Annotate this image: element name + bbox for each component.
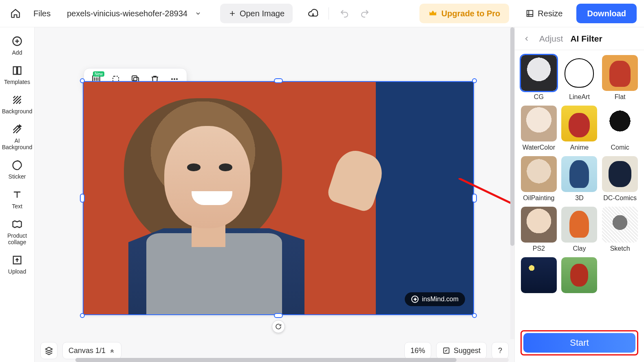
suggest-button[interactable]: Suggest: [436, 342, 487, 359]
filter-sketch[interactable]: Sketch: [602, 207, 638, 252]
svg-rect-3: [18, 67, 21, 75]
tool-sticker[interactable]: Sticker: [1, 157, 33, 182]
files-menu[interactable]: Files: [33, 9, 51, 18]
filter-cg[interactable]: CG: [520, 55, 557, 101]
suggest-icon: [442, 347, 450, 355]
tool-background-label: Background: [2, 108, 33, 115]
help-label: ?: [498, 347, 502, 355]
tool-ai-background[interactable]: AI Background: [1, 121, 33, 153]
filter-label: LineArt: [569, 93, 590, 101]
download-button[interactable]: Download: [576, 4, 637, 23]
filter-ghibli[interactable]: [561, 257, 598, 296]
resize-handle-bottom-right[interactable]: [472, 313, 477, 318]
plus-icon: [228, 9, 236, 18]
resize-label: Resize: [538, 9, 562, 18]
filename-dropdown[interactable]: pexels-vinicius-wiesehofer-28934: [63, 7, 205, 21]
resize-handle-top-right[interactable]: [472, 78, 477, 83]
tool-text-label: Text: [12, 203, 22, 210]
watermark: ✦ insMind.com: [405, 292, 465, 306]
filter-lineart[interactable]: LineArt: [561, 55, 598, 101]
tool-templates[interactable]: Templates: [1, 62, 33, 88]
watermark-logo-icon: ✦: [411, 296, 419, 303]
zoom-indicator[interactable]: 16%: [404, 342, 431, 359]
help-button[interactable]: ?: [492, 342, 509, 359]
canvas-indicator-label: Canvas 1/1: [68, 347, 106, 355]
selected-image[interactable]: ✦ insMind.com: [83, 81, 474, 315]
filter-oilpainting[interactable]: OilPainting: [520, 156, 557, 202]
zoom-label: 16%: [410, 347, 425, 355]
start-button[interactable]: Start: [523, 333, 635, 353]
suggest-label: Suggest: [454, 347, 481, 355]
layers-button[interactable]: [40, 342, 57, 359]
filter-comic[interactable]: Comic: [602, 106, 638, 151]
filter-thumb: [561, 207, 597, 243]
canvas-indicator[interactable]: Canvas 1/1: [62, 342, 121, 359]
svg-rect-8: [132, 76, 137, 81]
tool-add[interactable]: Add: [1, 33, 33, 58]
panel-back-button[interactable]: [521, 33, 532, 44]
redo-button[interactable]: [357, 5, 373, 22]
resize-button[interactable]: Resize: [521, 4, 567, 23]
background-icon: [11, 94, 23, 106]
filter-label: Anime: [570, 144, 589, 151]
resize-handle-bottom-center[interactable]: [274, 313, 283, 318]
cloud-sync-button[interactable]: [305, 5, 321, 22]
filter-thumb: [521, 106, 557, 141]
filter-3d[interactable]: 3D: [561, 156, 598, 202]
upgrade-button[interactable]: Upgrade to Pro: [419, 4, 509, 23]
filter-grid: CG LineArt Flat WaterColor Anime Comic O…: [515, 50, 644, 326]
right-panel-footer: Start: [515, 326, 644, 362]
filter-label: OilPainting: [523, 194, 554, 202]
upload-icon: [11, 254, 23, 266]
open-image-label: Open Image: [240, 9, 285, 18]
filter-label: CG: [534, 93, 544, 101]
resize-icon: [525, 9, 534, 18]
filter-dc-comics[interactable]: DC-Comics: [602, 156, 638, 202]
filter-flat[interactable]: Flat: [602, 55, 638, 101]
chevrons-up-icon: [109, 347, 115, 354]
filter-thumb: [521, 207, 557, 243]
start-highlight: Start: [520, 330, 638, 355]
undo-icon: [340, 9, 349, 18]
resize-handle-mid-right[interactable]: [472, 194, 477, 203]
svg-point-9: [171, 78, 173, 80]
filter-thumb: [521, 156, 557, 192]
photo-subject: [115, 94, 340, 316]
filter-ps2[interactable]: PS2: [520, 207, 557, 252]
tool-background[interactable]: Background: [1, 92, 33, 117]
filter-label: WaterColor: [523, 144, 555, 151]
filter-clay[interactable]: Clay: [561, 207, 598, 252]
tool-text[interactable]: Text: [1, 187, 33, 212]
filter-starry[interactable]: [520, 257, 557, 296]
tool-sticker-label: Sticker: [9, 173, 26, 180]
svg-point-11: [176, 78, 178, 80]
tab-adjust[interactable]: Adjust: [539, 34, 563, 44]
home-button[interactable]: [7, 5, 24, 22]
resize-handle-top-center[interactable]: [274, 78, 283, 83]
rotate-handle[interactable]: [272, 320, 285, 333]
tool-upload[interactable]: Upload: [1, 252, 33, 277]
start-label: Start: [570, 338, 589, 348]
right-panel: Adjust AI Filter CG LineArt Flat WaterCo…: [514, 27, 644, 362]
filter-watercolor[interactable]: WaterColor: [520, 106, 557, 151]
horizontal-scrollbar[interactable]: [75, 358, 509, 362]
filter-thumb: [602, 156, 638, 192]
resize-handle-bottom-left[interactable]: [80, 313, 85, 318]
layers-icon: [44, 346, 53, 355]
ai-background-icon: [11, 124, 23, 135]
resize-handle-top-left[interactable]: [80, 78, 85, 83]
resize-handle-mid-left[interactable]: [80, 194, 85, 203]
upgrade-label: Upgrade to Pro: [441, 9, 500, 18]
svg-point-10: [174, 78, 175, 80]
filter-thumb: [521, 55, 557, 91]
open-image-button[interactable]: Open Image: [220, 4, 293, 23]
tab-ai-filter[interactable]: AI Filter: [570, 34, 602, 44]
tool-product-collage[interactable]: Product collage: [1, 216, 33, 248]
undo-button[interactable]: [336, 5, 353, 22]
filter-thumb: [521, 257, 557, 293]
filter-thumb: [602, 207, 638, 243]
tool-add-label: Add: [12, 49, 22, 56]
filter-anime[interactable]: Anime: [561, 106, 598, 151]
vertical-scrollbar[interactable]: [510, 27, 514, 339]
filter-thumb: [561, 106, 597, 141]
